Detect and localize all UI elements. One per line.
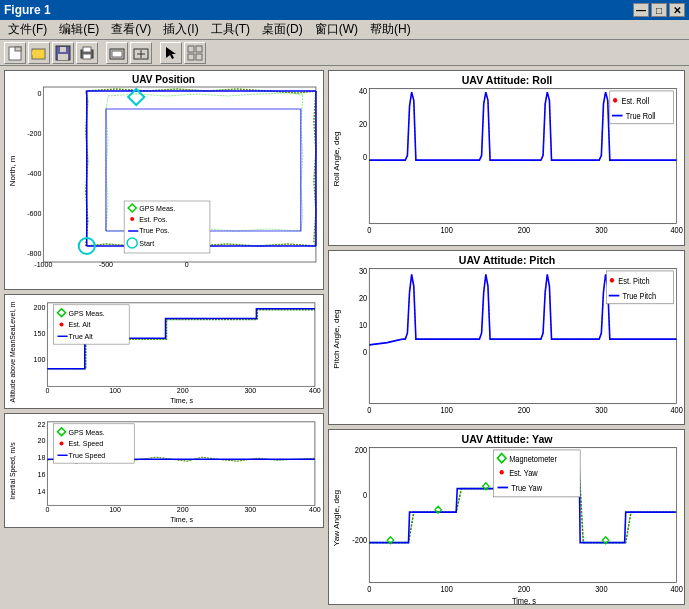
svg-text:True Speed: True Speed xyxy=(69,452,106,460)
minimize-button[interactable]: — xyxy=(633,3,649,17)
svg-text:300: 300 xyxy=(244,387,256,394)
svg-text:-800: -800 xyxy=(27,250,41,257)
svg-text:GPS Meas.: GPS Meas. xyxy=(69,429,105,436)
svg-rect-5 xyxy=(58,54,68,60)
svg-text:0: 0 xyxy=(367,405,372,414)
svg-rect-9 xyxy=(83,54,91,59)
svg-text:-600: -600 xyxy=(27,210,41,217)
svg-text:Roll Angle, deg: Roll Angle, deg xyxy=(332,131,341,186)
svg-text:Time, s: Time, s xyxy=(170,516,193,523)
svg-point-95 xyxy=(613,98,617,103)
left-panel: UAV Position North, m 0 -200 -400 -600 -… xyxy=(4,70,324,605)
main-content: UAV Position North, m 0 -200 -400 -600 -… xyxy=(0,66,689,609)
svg-text:Altitude above MeanSeaLevel, m: Altitude above MeanSeaLevel, m xyxy=(9,301,16,402)
menu-help[interactable]: 帮助(H) xyxy=(364,19,417,40)
svg-text:0: 0 xyxy=(363,348,368,357)
zoom-in-button[interactable] xyxy=(130,42,152,64)
svg-text:Pitch Angle, deg: Pitch Angle, deg xyxy=(332,309,341,368)
menu-file[interactable]: 文件(F) xyxy=(2,19,53,40)
svg-text:14: 14 xyxy=(38,488,46,495)
svg-text:Est. Roll: Est. Roll xyxy=(621,97,649,106)
svg-text:UAV Position: UAV Position xyxy=(132,74,195,85)
svg-text:400: 400 xyxy=(309,506,321,513)
window-controls: — □ ✕ xyxy=(633,3,685,17)
save-button[interactable] xyxy=(52,42,74,64)
new-button[interactable] xyxy=(4,42,26,64)
svg-rect-3 xyxy=(32,51,38,55)
svg-text:200: 200 xyxy=(177,387,189,394)
menu-bar: 文件(F) 编辑(E) 查看(V) 插入(I) 工具(T) 桌面(D) 窗口(W… xyxy=(0,20,689,40)
altitude-plot[interactable]: Altitude above MeanSeaLevel, m 200 150 1… xyxy=(4,294,324,409)
svg-text:200: 200 xyxy=(177,506,189,513)
svg-text:100: 100 xyxy=(440,405,453,414)
svg-text:300: 300 xyxy=(595,405,608,414)
svg-text:True Pos.: True Pos. xyxy=(139,227,169,234)
svg-text:0: 0 xyxy=(45,387,49,394)
close-button[interactable]: ✕ xyxy=(669,3,685,17)
svg-rect-16 xyxy=(188,46,194,52)
svg-text:18: 18 xyxy=(38,454,46,461)
svg-text:100: 100 xyxy=(109,506,121,513)
svg-text:UAV Attitude: Yaw: UAV Attitude: Yaw xyxy=(462,433,553,446)
svg-text:200: 200 xyxy=(355,446,368,455)
svg-text:22: 22 xyxy=(38,421,46,428)
svg-text:100: 100 xyxy=(440,226,453,235)
svg-marker-15 xyxy=(166,47,176,59)
svg-text:0: 0 xyxy=(363,491,368,500)
pitch-plot[interactable]: UAV Attitude: Pitch Pitch Angle, deg 30 … xyxy=(328,250,685,426)
svg-point-36 xyxy=(130,217,134,221)
cursor-button[interactable] xyxy=(160,42,182,64)
menu-desktop[interactable]: 桌面(D) xyxy=(256,19,309,40)
open-button[interactable] xyxy=(28,42,50,64)
svg-text:Est. Speed: Est. Speed xyxy=(69,441,104,449)
svg-text:100: 100 xyxy=(34,356,46,363)
menu-insert[interactable]: 插入(I) xyxy=(157,19,204,40)
roll-plot[interactable]: UAV Attitude: Roll Roll Angle, deg 40 20… xyxy=(328,70,685,246)
svg-text:Magnetometer: Magnetometer xyxy=(509,455,557,464)
print-button[interactable] xyxy=(76,42,98,64)
svg-text:300: 300 xyxy=(595,585,608,594)
svg-text:400: 400 xyxy=(670,226,683,235)
menu-edit[interactable]: 编辑(E) xyxy=(53,19,105,40)
svg-rect-8 xyxy=(83,47,91,52)
svg-text:0: 0 xyxy=(45,506,49,513)
svg-rect-18 xyxy=(188,54,194,60)
svg-text:Est. Pos.: Est. Pos. xyxy=(139,216,167,223)
svg-text:GPS Meas.: GPS Meas. xyxy=(69,310,105,317)
svg-text:200: 200 xyxy=(34,304,46,311)
svg-text:True Alt: True Alt xyxy=(69,333,93,340)
svg-text:Est. Alt: Est. Alt xyxy=(69,322,91,329)
svg-text:-200: -200 xyxy=(27,130,41,137)
svg-text:GPS Meas.: GPS Meas. xyxy=(139,205,175,212)
svg-text:True Roll: True Roll xyxy=(626,112,656,121)
zoom-out-button[interactable] xyxy=(106,42,128,64)
menu-view[interactable]: 查看(V) xyxy=(105,19,157,40)
svg-rect-19 xyxy=(196,54,202,60)
svg-text:400: 400 xyxy=(670,585,683,594)
svg-text:Yaw Angle, deg: Yaw Angle, deg xyxy=(332,490,341,546)
svg-text:200: 200 xyxy=(518,585,531,594)
svg-rect-17 xyxy=(196,46,202,52)
svg-text:Inertial Speed, m/s: Inertial Speed, m/s xyxy=(9,442,17,500)
yaw-plot[interactable]: UAV Attitude: Yaw Yaw Angle, deg 200 0 -… xyxy=(328,429,685,605)
speed-plot[interactable]: Inertial Speed, m/s 22 20 18 16 14 0 100… xyxy=(4,413,324,528)
svg-text:0: 0 xyxy=(367,585,372,594)
svg-point-57 xyxy=(60,323,64,327)
svg-text:200: 200 xyxy=(518,226,531,235)
grid-button[interactable] xyxy=(184,42,206,64)
svg-text:10: 10 xyxy=(359,321,368,330)
maximize-button[interactable]: □ xyxy=(651,3,667,17)
svg-text:20: 20 xyxy=(359,120,368,129)
toolbar xyxy=(0,40,689,66)
menu-tools[interactable]: 工具(T) xyxy=(205,19,256,40)
svg-text:150: 150 xyxy=(34,330,46,337)
svg-text:200: 200 xyxy=(518,405,531,414)
svg-text:20: 20 xyxy=(359,294,368,303)
svg-text:0: 0 xyxy=(363,153,368,162)
svg-text:Time, s: Time, s xyxy=(512,597,536,604)
svg-text:-400: -400 xyxy=(27,170,41,177)
svg-text:North, m: North, m xyxy=(8,155,17,186)
menu-window[interactable]: 窗口(W) xyxy=(309,19,364,40)
svg-text:400: 400 xyxy=(309,387,321,394)
position-plot[interactable]: UAV Position North, m 0 -200 -400 -600 -… xyxy=(4,70,324,290)
